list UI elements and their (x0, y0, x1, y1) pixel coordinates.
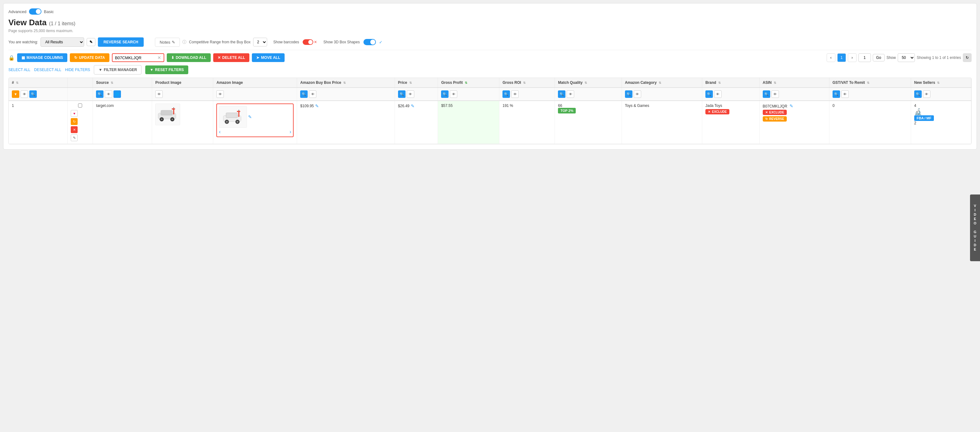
search-btn-roi[interactable]: 🔍 (503, 91, 510, 98)
eye-btn-roi[interactable]: 👁 (511, 91, 519, 98)
buy-box-edit-btn[interactable]: ✎ (315, 103, 319, 108)
brand-exclude-btn[interactable]: ✕ EXCLUDE (705, 109, 729, 114)
search-btn-match[interactable]: 🔍 (558, 91, 565, 98)
asin-exclude-btn[interactable]: ✕ EXCLUDE (763, 110, 787, 115)
globe-btn-source[interactable]: 🌐 (113, 91, 121, 98)
watching-select[interactable]: All Results (41, 37, 84, 47)
filter-toggle-btn[interactable]: ▼ (12, 91, 19, 98)
reset-filters-button[interactable]: ▼ RESET FILTERS (145, 65, 188, 74)
eye-btn-asin[interactable]: 👁 (772, 91, 779, 98)
eye-btn-source[interactable]: 👁 (105, 91, 112, 98)
eye-btn-price[interactable]: 👁 (407, 91, 414, 98)
eye-btn-amazon[interactable]: 👁 (216, 91, 224, 98)
page-go-button[interactable]: Go (873, 54, 885, 61)
show-barcodes-toggle[interactable] (303, 39, 313, 45)
mode-toggle[interactable] (29, 8, 41, 15)
sort-sellers-icon[interactable]: ⇅ (937, 81, 939, 84)
pencil-watching-btn[interactable]: ✎ (87, 38, 95, 46)
filter-manager-label: FILTER MANAGER (104, 68, 137, 72)
amazon-image-cell: ✎ ‹ › (213, 101, 297, 144)
filter-manager-icon: ▼ (99, 68, 102, 72)
search-btn-num[interactable]: 🔍 (29, 91, 37, 98)
price-edit-btn[interactable]: ✎ (411, 103, 415, 108)
row-checkbox[interactable] (71, 103, 89, 108)
sort-brand-icon[interactable]: ⇅ (718, 81, 721, 84)
search-btn-price[interactable]: 🔍 (398, 91, 406, 98)
search-btn-source[interactable]: 🔍 (96, 91, 103, 98)
page-goto-input[interactable] (858, 53, 871, 62)
amazon-image (219, 106, 247, 128)
reverse-search-button[interactable]: REVERSE SEARCH (98, 37, 144, 47)
asin-search-input[interactable] (115, 56, 156, 60)
select-all-link[interactable]: SELECT ALL (8, 68, 30, 72)
show-count-select[interactable]: 50 (898, 53, 915, 62)
page-prev-btn[interactable]: ‹ (827, 53, 835, 62)
search-btn-profit[interactable]: 🔍 (441, 91, 449, 98)
eye-btn-num[interactable]: 👁 (21, 91, 28, 98)
sort-roi-icon[interactable]: ⇅ (523, 81, 525, 84)
sort-source-icon[interactable]: ⇅ (111, 81, 113, 84)
search-btn-brand[interactable]: 🔍 (705, 91, 713, 98)
search-btn-category[interactable]: 🔍 (625, 91, 632, 98)
deselect-all-link[interactable]: DESELECT ALL (34, 68, 61, 72)
refresh-icon-btn[interactable]: ↻ (963, 53, 972, 62)
update-data-button[interactable]: ↻ UPDATE DATA (70, 53, 109, 62)
svg-point-3 (161, 118, 162, 120)
page-current-btn[interactable]: 1 (837, 53, 846, 62)
update-data-label: UPDATE DATA (79, 56, 105, 60)
asin-reverse-btn[interactable]: ↻ REVERSE (763, 116, 787, 122)
row-delete-btn[interactable]: ✕ (71, 126, 78, 133)
search-btn-buybox[interactable]: 🔍 (300, 91, 308, 98)
filter-manager-button[interactable]: ▼ FILTER MANAGER (94, 65, 142, 75)
eye-btn-product[interactable]: 👁 (155, 91, 163, 98)
eye-btn-brand[interactable]: 👁 (714, 91, 722, 98)
3d-toggle-knob (370, 40, 375, 44)
manage-columns-button[interactable]: ▦ MANAGE COLUMNS (17, 53, 67, 62)
search-clear-icon[interactable]: ✕ (158, 55, 161, 60)
match-quality-cell: 66 TOP 2% (555, 101, 622, 144)
asin-edit-btn[interactable]: ✎ (789, 103, 793, 108)
search-btn-sellers[interactable]: 🔍 (914, 91, 922, 98)
competitive-range-select[interactable]: 2 (253, 38, 267, 46)
sort-price-icon[interactable]: ⇅ (409, 81, 412, 84)
sort-num-icon[interactable]: ⇅ (16, 81, 18, 84)
row-heart-btn[interactable]: ♥ (71, 110, 78, 117)
match-quality-badge: TOP 2% (558, 108, 576, 113)
eye-btn-sellers[interactable]: 👁 (923, 91, 931, 98)
image-prev-btn[interactable]: ‹ (219, 129, 220, 135)
row-refresh-btn[interactable]: ↻ (71, 118, 78, 125)
search-btn-asin[interactable]: 🔍 (763, 91, 770, 98)
sort-profit-icon[interactable]: ⇅ (465, 81, 467, 84)
show-3d-toggle[interactable] (363, 39, 376, 45)
eye-btn-category[interactable]: 👁 (634, 91, 641, 98)
sort-category-icon[interactable]: ⇅ (659, 81, 661, 84)
sort-match-icon[interactable]: ⇅ (584, 81, 587, 84)
asin-x-icon: ✕ (765, 111, 768, 114)
sort-buybox-icon[interactable]: ⇅ (343, 81, 346, 84)
hide-filters-link[interactable]: HIDE FILTERS (65, 68, 90, 72)
eye-btn-buybox[interactable]: 👁 (309, 91, 317, 98)
row-edit-btn[interactable]: ✎ (71, 134, 78, 141)
amazon-image-edit-btn[interactable]: ✎ (248, 114, 252, 119)
col-buy-box: Amazon Buy Box Price ⇅ (297, 78, 395, 87)
amazon-image-svg (222, 108, 244, 126)
col-source: Source ⇅ (93, 78, 152, 87)
svg-point-5 (172, 118, 173, 120)
delete-all-button[interactable]: ✕ DELETE ALL (213, 53, 250, 62)
move-all-button[interactable]: ➤ MOVE ALL (252, 53, 285, 62)
sort-asin-icon[interactable]: ⇅ (774, 81, 776, 84)
source-cell: target.com (93, 101, 152, 144)
image-next-btn[interactable]: › (290, 129, 291, 135)
eye-btn-gst[interactable]: 👁 (841, 91, 849, 98)
gross-profit-cell: $57.55 (438, 101, 500, 144)
page-next-btn[interactable]: › (848, 53, 857, 62)
svg-rect-6 (173, 109, 175, 115)
notes-button[interactable]: Notes ✎ (155, 38, 180, 47)
sort-gst-icon[interactable]: ⇅ (867, 81, 869, 84)
eye-btn-match[interactable]: 👁 (567, 91, 574, 98)
filter-amazon-cell: 👁 (213, 87, 297, 101)
search-btn-gst[interactable]: 🔍 (832, 91, 840, 98)
toolbar-row-1: You are watching: All Results ✎ REVERSE … (8, 37, 972, 50)
eye-btn-profit[interactable]: 👁 (450, 91, 457, 98)
download-all-button[interactable]: ⬇ DOWNLOAD ALL (167, 53, 211, 62)
